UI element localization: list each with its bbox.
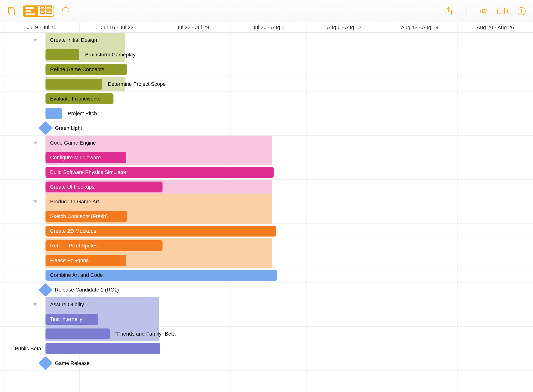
undo-icon[interactable] [61, 6, 70, 16]
gantt-milestone-row[interactable]: Game Release [0, 356, 533, 371]
svg-point-15 [482, 10, 485, 12]
app-frame: Edit Jul 9 - Jul 15Jul 16 - Jul 22Jul 23… [0, 0, 533, 392]
svg-marker-22 [33, 303, 37, 306]
svg-rect-7 [41, 12, 45, 13]
gantt-task-bar[interactable]: Create 2D Mockups [46, 226, 276, 237]
gantt-task-label: Project Pitch [68, 106, 97, 121]
milestone-label: Game Release [55, 356, 90, 370]
gantt-task-bar[interactable]: Configure Middleware [46, 152, 126, 163]
disclosure-triangle-icon[interactable] [0, 33, 41, 47]
gantt-task-row[interactable]: Project Pitch [0, 106, 533, 121]
today-marker [69, 33, 69, 392]
gantt-group-bar[interactable]: Create Initial Design [46, 33, 125, 47]
gantt-group-bar[interactable]: Assure Quality [46, 297, 159, 312]
gantt-group-row[interactable]: Produce In-Game Art [0, 194, 533, 209]
disclosure-triangle-icon[interactable] [0, 297, 41, 312]
add-icon[interactable] [461, 6, 471, 16]
timeline-header: Jul 9 - Jul 15Jul 16 - Jul 22Jul 23 - Ju… [0, 22, 533, 33]
gantt-task-row[interactable]: Refine Game Concepts [0, 62, 533, 77]
svg-rect-5 [41, 6, 45, 8]
gantt-task-row[interactable]: Create 2D Mockups [0, 224, 533, 238]
timeline-column: Jul 9 - Jul 15 [4, 22, 79, 33]
svg-rect-10 [47, 12, 51, 13]
gantt-task-bar[interactable]: Create UI Hookups [46, 182, 163, 192]
gantt-task-row[interactable]: Evaluate Frameworks [0, 92, 533, 106]
gantt-task-bar[interactable]: Evaluate Frameworks [46, 93, 113, 104]
view-gantt-icon[interactable] [23, 6, 38, 16]
svg-rect-1 [10, 9, 15, 15]
gantt-task-bar[interactable] [46, 79, 102, 90]
gantt-group-row[interactable]: Create Initial Design [0, 33, 533, 47]
gantt-group-bar[interactable]: Produce In-Game Art [46, 194, 272, 209]
gantt-milestone-row[interactable]: Green Light [0, 121, 533, 135]
gantt-task-label: Public Beta [0, 341, 41, 356]
gantt-task-row[interactable]: Combine Art and Code [0, 268, 533, 283]
gantt-task-bar[interactable] [46, 328, 110, 339]
milestone-diamond-icon[interactable] [38, 121, 52, 135]
gantt-task-bar[interactable]: Sketch Concepts (Fresh) [46, 211, 127, 222]
timeline-column: Aug 13 - Aug 19 [382, 22, 457, 33]
gantt-task-row[interactable]: Render Pixel Sprites [0, 238, 533, 253]
gantt-task-row[interactable]: Build Software Physics Simulator [0, 165, 533, 180]
svg-rect-8 [47, 6, 51, 8]
gantt-milestone-row[interactable]: Release Candidate 1 (RC1) [0, 283, 533, 297]
gantt-task-row[interactable]: Sketch Concepts (Fresh) [0, 209, 533, 224]
timeline-column: Aug 20 - Aug 26 [457, 22, 533, 33]
view-outline-icon[interactable] [38, 6, 54, 16]
milestone-diamond-icon[interactable] [38, 356, 52, 370]
gantt-task-bar[interactable]: Refine Game Concepts [46, 64, 127, 75]
milestone-diamond-icon[interactable] [38, 283, 52, 297]
svg-marker-21 [33, 200, 37, 203]
gantt-task-bar[interactable]: Test Internally [46, 314, 98, 325]
gantt-task-row[interactable]: Test Internally [0, 312, 533, 327]
gantt-task-row[interactable]: "Friends and Family" Beta [0, 327, 533, 341]
gantt-task-label: Determine Project Scope [108, 77, 166, 91]
gantt-task-label: Brainstorm Gameplay [85, 47, 135, 62]
documents-icon[interactable] [7, 6, 16, 16]
gantt-task-row[interactable]: Create UI Hookups [0, 180, 533, 194]
info-icon[interactable] [517, 6, 526, 16]
timeline-column: Aug 6 - Aug 12 [306, 22, 382, 33]
svg-rect-4 [26, 13, 36, 15]
share-icon[interactable] [444, 6, 453, 16]
toolbar: Edit [0, 0, 533, 22]
gantt-task-label: "Friends and Family" Beta [115, 327, 176, 341]
timeline-column: Jul 30 - Aug 5 [231, 22, 306, 33]
svg-rect-2 [26, 7, 34, 9]
disclosure-triangle-icon[interactable] [0, 135, 41, 150]
gantt-task-bar[interactable]: Render Pixel Sprites [46, 240, 163, 251]
gantt-task-bar[interactable]: Combine Art and Code [46, 270, 278, 281]
timeline-column: Jul 23 - Jul 29 [155, 22, 231, 33]
gantt-chart[interactable]: Create Initial DesignBrainstorm Gameplay… [0, 33, 533, 392]
edit-button[interactable]: Edit [496, 7, 509, 15]
svg-rect-9 [47, 9, 51, 11]
gantt-task-row[interactable]: Fleece Polygons [0, 253, 533, 268]
milestone-label: Green Light [55, 121, 82, 135]
gantt-task-bar[interactable]: Build Software Physics Simulator [46, 167, 274, 178]
disclosure-triangle-icon[interactable] [0, 194, 41, 209]
svg-rect-3 [26, 10, 31, 12]
gantt-task-bar[interactable] [46, 108, 62, 119]
eye-icon[interactable] [479, 6, 488, 16]
gantt-task-bar[interactable]: Fleece Polygons [46, 255, 126, 266]
timeline-column: Jul 16 - Jul 22 [79, 22, 155, 33]
svg-rect-6 [41, 9, 45, 11]
gantt-group-row[interactable]: Assure Quality [0, 297, 533, 312]
gantt-task-bar[interactable] [46, 49, 80, 60]
svg-marker-20 [33, 141, 37, 144]
gantt-task-row[interactable]: Brainstorm Gameplay [0, 47, 533, 62]
gantt-task-bar[interactable] [46, 343, 160, 354]
svg-marker-19 [33, 39, 37, 42]
milestone-label: Release Candidate 1 (RC1) [55, 283, 119, 297]
svg-point-17 [521, 9, 522, 9]
gantt-group-bar[interactable]: Code Game Engine [46, 135, 272, 150]
view-toggle[interactable] [23, 5, 54, 17]
gantt-task-row[interactable]: Determine Project Scope [0, 77, 533, 92]
gantt-group-row[interactable]: Code Game Engine [0, 135, 533, 150]
gantt-task-row[interactable]: Configure Middleware [0, 150, 533, 165]
gantt-task-row[interactable]: Public Beta [0, 341, 533, 356]
